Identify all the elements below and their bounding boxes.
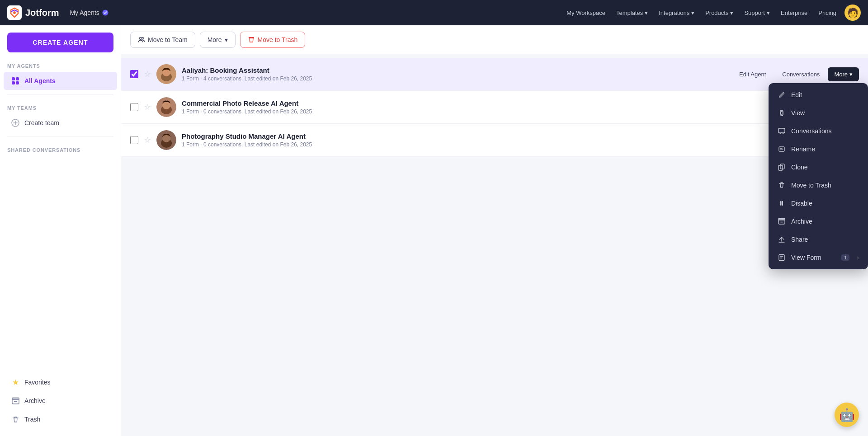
sidebar-item-favorites[interactable]: ★ Favorites [4, 373, 117, 391]
trash-label: Trash [24, 416, 40, 423]
dropdown-item-edit[interactable]: Edit [769, 86, 868, 104]
sidebar-item-archive[interactable]: Archive [4, 392, 117, 410]
toolbar: Move to Team More ▾ Move to Trash [121, 25, 868, 54]
agent-checkbox-2[interactable] [130, 103, 138, 111]
my-agents-section-label: MY AGENTS [0, 56, 121, 71]
svg-rect-20 [780, 110, 783, 116]
create-agent-button[interactable]: CREATE AGENT [7, 33, 113, 52]
dropdown-rename-label: Rename [791, 145, 859, 153]
shared-conversations-section-label: SHARED CONVERSATIONS [0, 140, 121, 155]
edit-icon [778, 91, 786, 99]
svg-rect-27 [780, 201, 782, 206]
disable-icon [778, 199, 786, 207]
agent-name-2: Commercial Photo Release AI Agent [182, 99, 859, 107]
svg-rect-11 [12, 398, 19, 399]
move-to-trash-button[interactable]: Move to Trash [240, 32, 306, 48]
nav-enterprise[interactable]: Enterprise [776, 7, 812, 19]
edit-agent-button-1[interactable]: Edit Agent [731, 67, 774, 81]
view-form-icon [778, 253, 786, 262]
agent-meta-2: 1 Form · 0 conversations. Last edited on… [182, 108, 859, 115]
more-dropdown-button-1[interactable]: More ▾ [828, 67, 859, 81]
nav-support[interactable]: Support ▾ [740, 7, 774, 19]
nav-products[interactable]: Products ▾ [701, 7, 738, 19]
sidebar: CREATE AGENT MY AGENTS All Agents MY TEA… [0, 25, 121, 436]
svg-rect-4 [16, 77, 19, 80]
more-dropdown-chevron: ▾ [849, 71, 853, 78]
dropdown-item-archive[interactable]: Archive [769, 212, 868, 230]
conversations-icon [778, 127, 786, 135]
sidebar-item-trash[interactable]: Trash [4, 410, 117, 428]
sidebar-item-all-agents[interactable]: All Agents [4, 72, 117, 90]
svg-rect-32 [779, 255, 784, 261]
logo[interactable]: Jotform [7, 5, 59, 20]
trash-toolbar-icon [248, 36, 255, 43]
dropdown-clone-label: Clone [791, 164, 859, 171]
dropdown-item-disable[interactable]: Disable [769, 194, 868, 212]
move-to-team-icon [138, 36, 145, 43]
svg-point-13 [140, 37, 142, 39]
archive-icon [11, 396, 20, 405]
svg-rect-6 [16, 81, 19, 84]
star-icon: ★ [11, 378, 20, 387]
svg-rect-21 [778, 128, 785, 133]
agent-star-2[interactable]: ☆ [144, 102, 151, 112]
dropdown-trash-icon [778, 181, 786, 189]
dropdown-view-label: View [791, 109, 859, 117]
top-navigation: Jotform My Agents My Workspace Templates… [0, 0, 868, 25]
agent-star-1[interactable]: ☆ [144, 69, 151, 79]
nav-integrations[interactable]: Integrations ▾ [654, 7, 699, 19]
dropdown-view-form-label: View Form [791, 254, 836, 261]
dropdown-item-view-form[interactable]: View Form 1 › [769, 248, 868, 267]
all-agents-icon [11, 76, 20, 85]
svg-point-1 [13, 11, 16, 14]
nav-templates[interactable]: Templates ▾ [612, 7, 652, 19]
dropdown-item-move-to-trash[interactable]: Move to Trash [769, 176, 868, 194]
logo-text: Jotform [25, 8, 59, 18]
clone-icon [778, 163, 786, 171]
svg-rect-30 [778, 219, 785, 220]
dropdown-item-rename[interactable]: Rename [769, 140, 868, 158]
view-form-arrow-icon: › [857, 254, 859, 261]
nav-my-workspace[interactable]: My Workspace [562, 7, 610, 19]
avatar[interactable]: 🧑 [844, 5, 861, 21]
agent-checkbox-1[interactable] [130, 70, 138, 78]
dropdown-item-clone[interactable]: Clone [769, 158, 868, 176]
svg-rect-28 [782, 201, 783, 206]
chatbot-widget[interactable]: 🤖 [835, 403, 859, 427]
dropdown-archive-icon [778, 217, 786, 225]
dropdown-share-label: Share [791, 236, 859, 243]
table-row: ☆ Aaliyah: Booking Assistant 1 Form · 4 … [121, 58, 868, 91]
my-teams-section-label: MY TEAMS [0, 98, 121, 113]
create-team-label: Create team [24, 119, 59, 127]
dropdown-conversations-label: Conversations [791, 127, 859, 135]
nav-pricing[interactable]: Pricing [814, 7, 841, 19]
dropdown-item-conversations[interactable]: Conversations [769, 122, 868, 140]
agent-avatar-2 [156, 97, 176, 117]
main-content: Move to Team More ▾ Move to Trash ☆ [121, 25, 868, 436]
agent-name-3: Photography Studio Manager AI Agent [182, 132, 859, 140]
workspace-selector[interactable]: My Agents [70, 9, 108, 16]
move-to-team-button[interactable]: Move to Team [130, 32, 195, 48]
create-team-icon [11, 118, 20, 127]
more-button[interactable]: More ▾ [200, 32, 236, 48]
svg-point-19 [780, 112, 783, 114]
share-icon [778, 235, 786, 244]
svg-rect-5 [12, 81, 15, 84]
conversations-button-1[interactable]: Conversations [774, 67, 828, 81]
dropdown-item-share[interactable]: Share [769, 230, 868, 248]
agent-list: ☆ Aaliyah: Booking Assistant 1 Form · 4 … [121, 54, 868, 436]
dropdown-item-view[interactable]: View [769, 104, 868, 122]
agent-star-3[interactable]: ☆ [144, 135, 151, 145]
more-chevron-icon: ▾ [225, 36, 228, 43]
sidebar-item-create-team[interactable]: Create team [4, 114, 117, 132]
dropdown-menu: Edit View Conversations [769, 83, 868, 269]
agent-info-2: Commercial Photo Release AI Agent 1 Form… [182, 99, 859, 115]
rename-icon [778, 145, 786, 153]
trash-icon [11, 415, 20, 424]
sidebar-bottom: ★ Favorites Archive Trash [0, 373, 121, 436]
agent-info-3: Photography Studio Manager AI Agent 1 Fo… [182, 132, 859, 148]
nav-links: My Workspace Templates ▾ Integrations ▾ … [562, 7, 841, 19]
view-icon [778, 109, 786, 117]
sidebar-all-agents-label: All Agents [24, 77, 56, 84]
agent-checkbox-3[interactable] [130, 136, 138, 144]
